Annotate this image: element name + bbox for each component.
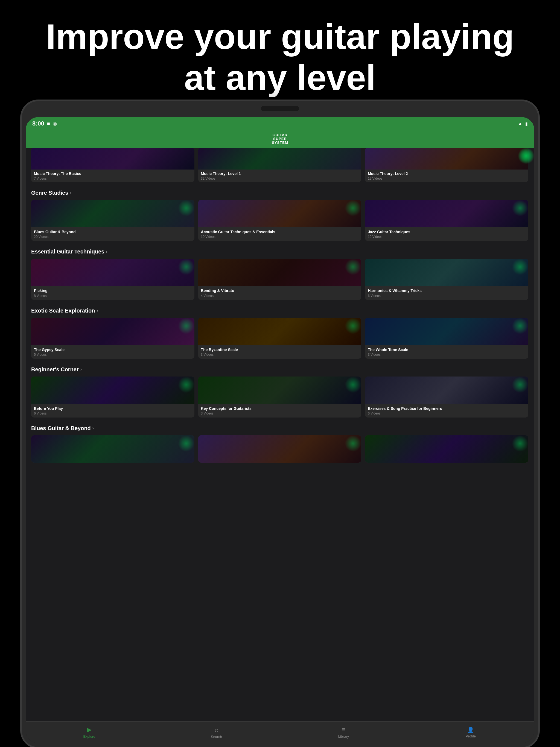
battery-icon: ▮ <box>525 121 528 126</box>
nav-item-profile[interactable]: 👤 Profile <box>407 722 534 743</box>
course-count: 3 Videos <box>201 412 359 415</box>
blues-partial-section: Blues Guitar & Beyond › <box>26 420 534 465</box>
course-card[interactable]: Music Theory: The Basics 7 Videos <box>31 148 195 182</box>
section-title: Blues Guitar & Beyond › <box>31 425 529 432</box>
explore-icon: ▶ <box>87 726 92 733</box>
course-title: Music Theory: The Basics <box>34 171 192 176</box>
course-card[interactable]: Key Concepts for Guitarists 3 Videos <box>198 377 361 417</box>
app-header: GUITAR SUPER SYSTEM <box>26 130 534 148</box>
course-title: Before You Play <box>34 406 192 411</box>
course-title: Music Theory: Level 1 <box>201 171 359 176</box>
course-grid <box>31 435 529 463</box>
status-icon-2: ◎ <box>53 121 57 127</box>
course-card[interactable]: Music Theory: Level 1 32 Videos <box>198 148 361 182</box>
course-count: 6 Videos <box>34 412 192 415</box>
chevron-right-icon: › <box>80 367 82 372</box>
chevron-right-icon: › <box>106 249 107 254</box>
course-title: Jazz Guitar Techniques <box>368 229 526 234</box>
nav-label-library: Library <box>338 735 349 739</box>
section-title: Exotic Scale Exploration › <box>31 308 529 314</box>
course-card[interactable]: Harmonics & Whammy Tricks 6 Videos <box>365 259 528 300</box>
nav-label-profile: Profile <box>466 734 476 738</box>
library-icon: ≡ <box>342 726 345 733</box>
course-thumbnail <box>31 148 195 170</box>
course-grid: Picking 8 Videos Bending & Vibrato 4 Vid… <box>31 259 529 300</box>
bottom-navigation: ▶ Explore ⌕ Search ≡ Library 👤 Profile <box>26 721 534 743</box>
course-count: 3 Videos <box>368 353 526 357</box>
course-card[interactable]: Picking 8 Videos <box>31 259 195 300</box>
course-card[interactable]: Blues Guitar & Beyond 20 Videos <box>31 200 195 241</box>
course-thumbnail <box>198 259 361 286</box>
course-card[interactable] <box>198 435 361 463</box>
course-thumbnail <box>31 435 195 463</box>
course-count: 8 Videos <box>34 294 192 298</box>
course-title: Harmonics & Whammy Tricks <box>368 288 526 293</box>
course-count: 20 Videos <box>34 235 192 239</box>
course-thumbnail <box>198 377 361 404</box>
chevron-right-icon: › <box>70 190 71 196</box>
course-title: The Whole Tone Scale <box>368 347 526 352</box>
course-title: Acoustic Guitar Techniques & Essentials <box>201 229 359 234</box>
course-card[interactable]: Acoustic Guitar Techniques & Essentials … <box>198 200 361 241</box>
nav-label-search: Search <box>211 735 222 739</box>
nav-item-library[interactable]: ≡ Library <box>280 722 407 743</box>
course-thumbnail <box>365 200 528 227</box>
course-thumbnail <box>31 259 195 286</box>
search-icon: ⌕ <box>215 726 219 733</box>
course-grid: Before You Play 6 Videos Key Concepts fo… <box>31 377 529 417</box>
nav-item-search[interactable]: ⌕ Search <box>153 722 280 743</box>
course-title: Key Concepts for Guitarists <box>201 406 359 411</box>
content-area: Music Theory: The Basics 7 Videos Music … <box>26 148 534 721</box>
course-card[interactable]: Exercises & Song Practice for Beginners … <box>365 377 528 417</box>
course-thumbnail <box>31 200 195 227</box>
course-thumbnail <box>198 148 361 170</box>
course-count: 6 Videos <box>368 294 526 298</box>
course-count: 7 Videos <box>34 177 192 180</box>
course-count: 5 Videos <box>34 353 192 357</box>
course-title: Picking <box>34 288 192 293</box>
course-card[interactable]: The Byzantine Scale 3 Videos <box>198 318 361 359</box>
course-card[interactable] <box>31 435 195 463</box>
course-thumbnail <box>365 435 528 463</box>
course-thumbnail <box>198 318 361 345</box>
app-screen: 8:00 ■ ◎ ▲ ▮ GUITAR SUPER SYSTEM <box>26 117 534 743</box>
tablet-frame: 8:00 ■ ◎ ▲ ▮ GUITAR SUPER SYSTEM <box>22 101 538 747</box>
course-count: 6 Videos <box>368 412 526 415</box>
partial-courses-row: Music Theory: The Basics 7 Videos Music … <box>26 148 534 185</box>
hero-title: Improve your guitar playing at any level <box>0 17 560 98</box>
course-thumbnail <box>198 435 361 463</box>
course-count: 3 Videos <box>201 353 359 357</box>
course-card[interactable]: The Whole Tone Scale 3 Videos <box>365 318 528 359</box>
course-thumbnail <box>365 148 528 170</box>
course-thumbnail <box>198 200 361 227</box>
course-count: 10 Videos <box>368 235 526 239</box>
exotic-scale-section: Exotic Scale Exploration › The Gypsy Sca… <box>26 303 534 361</box>
status-icon-1: ■ <box>47 121 50 127</box>
section-title: Genre Studies › <box>31 190 529 196</box>
course-grid: The Gypsy Scale 5 Videos The Byzantine S… <box>31 318 529 359</box>
course-title: The Gypsy Scale <box>34 347 192 352</box>
course-count: 10 Videos <box>201 235 359 239</box>
chevron-right-icon: › <box>97 308 98 313</box>
course-thumbnail <box>365 318 528 345</box>
course-card[interactable]: Music Theory: Level 2 19 Videos <box>365 148 528 182</box>
course-card[interactable]: Jazz Guitar Techniques 10 Videos <box>365 200 528 241</box>
course-card[interactable]: Before You Play 6 Videos <box>31 377 195 417</box>
course-count: 19 Videos <box>368 177 526 180</box>
course-thumbnail <box>365 377 528 404</box>
beginners-corner-section: Beginner's Corner › Before You Play 6 Vi… <box>26 361 534 420</box>
course-count: 32 Videos <box>201 177 359 180</box>
app-logo: GUITAR SUPER SYSTEM <box>272 133 288 145</box>
section-title: Essential Guitar Techniques › <box>31 249 529 255</box>
section-title: Beginner's Corner › <box>31 366 529 373</box>
course-title: Blues Guitar & Beyond <box>34 229 192 234</box>
nav-label-explore: Explore <box>83 735 95 739</box>
course-count: 4 Videos <box>201 294 359 298</box>
profile-icon: 👤 <box>467 726 474 733</box>
nav-item-explore[interactable]: ▶ Explore <box>26 722 153 743</box>
course-card[interactable] <box>365 435 528 463</box>
course-card[interactable]: Bending & Vibrato 4 Videos <box>198 259 361 300</box>
course-card[interactable]: The Gypsy Scale 5 Videos <box>31 318 195 359</box>
status-time: 8:00 <box>32 120 44 127</box>
wifi-icon: ▲ <box>518 121 523 127</box>
